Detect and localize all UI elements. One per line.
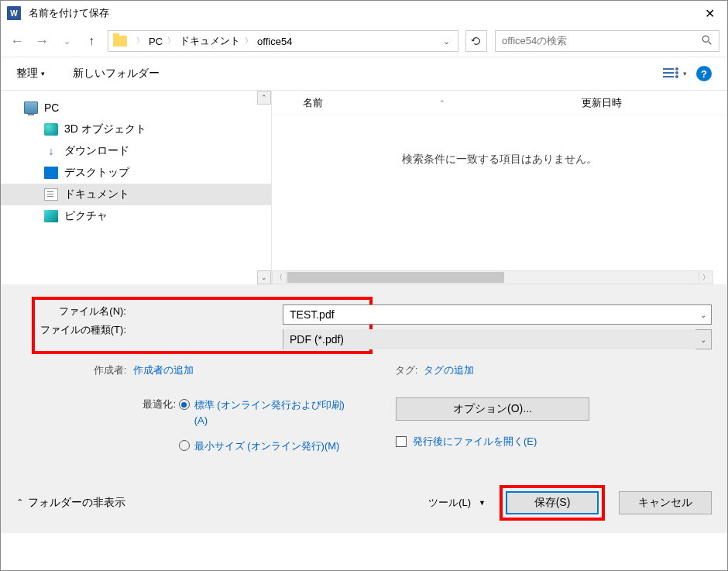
titlebar: W 名前を付けて保存 ✕ (1, 1, 727, 26)
open-after-checkbox[interactable]: 発行後にファイルを開く(E) (396, 435, 712, 449)
pictures-icon (44, 210, 58, 222)
optimize-minimum-radio[interactable]: 最小サイズ (オンライン発行)(M) (179, 439, 349, 454)
breadcrumb-part[interactable]: PC (149, 36, 163, 47)
folder-icon (113, 36, 127, 46)
radio-icon (179, 440, 190, 451)
chevron-down-icon: ▾ (683, 70, 687, 77)
3d-objects-icon (44, 123, 58, 136)
author-add-link[interactable]: 作成者の追加 (133, 363, 194, 377)
column-modified[interactable]: 更新日時 (582, 96, 622, 110)
checkbox-icon (396, 436, 407, 447)
chevron-right-icon[interactable]: 〉 (132, 36, 149, 46)
address-bar-row: ← → ⌄ ↑ 〉 PC 〉 ドキュメント 〉 office54 ⌄ offic… (1, 26, 727, 57)
column-name[interactable]: 名前 (303, 96, 323, 110)
author-label: 作成者: (94, 363, 127, 377)
chevron-up-icon: ⌃ (16, 497, 23, 507)
tree-item-desktop[interactable]: デスクトップ (1, 162, 271, 184)
pc-icon (24, 101, 38, 114)
view-options-button[interactable]: ▾ (663, 67, 687, 81)
options-button[interactable]: オプション(O)... (396, 397, 589, 421)
help-button[interactable]: ? (696, 66, 712, 81)
radio-icon (179, 399, 190, 410)
refresh-icon (471, 36, 482, 46)
svg-point-0 (702, 36, 709, 42)
sort-asc-icon: ⌃ (439, 99, 445, 107)
organize-button[interactable]: 整理 ▾ (16, 67, 45, 81)
filename-input-field[interactable] (283, 305, 695, 324)
tag-label: タグ: (395, 363, 418, 377)
tree-item-pc[interactable]: PC (1, 97, 271, 119)
up-icon[interactable]: ↑ (83, 34, 100, 48)
tools-dropdown[interactable]: ツール(L) ▼ (428, 496, 486, 510)
history-dropdown-icon[interactable]: ⌄ (58, 36, 75, 46)
chevron-right-icon[interactable]: 〉 (163, 36, 180, 46)
scroll-up-button[interactable]: ⌃ (257, 91, 271, 105)
close-button[interactable]: ✕ (692, 1, 727, 26)
chevron-down-icon[interactable]: ⌄ (695, 311, 711, 319)
chevron-down-icon[interactable]: ⌄ (695, 335, 711, 344)
scroll-left-button[interactable]: 〈 (273, 271, 287, 284)
breadcrumb-dropdown-icon[interactable]: ⌄ (438, 36, 455, 46)
filename-input[interactable]: ⌄ (283, 304, 712, 325)
scroll-down-button[interactable]: ⌄ (257, 270, 271, 284)
word-icon: W (7, 6, 21, 20)
filetype-combo[interactable]: PDF (*.pdf) ⌄ (283, 329, 712, 349)
search-placeholder: office54の検索 (502, 34, 567, 48)
save-highlight: 保存(S) (500, 485, 605, 521)
folder-tree: ⌃ PC 3D オブジェクト ↓ ダウンロード デスクトップ ドキュメント ピク… (1, 91, 272, 284)
breadcrumb[interactable]: 〉 PC 〉 ドキュメント 〉 office54 ⌄ (108, 30, 458, 52)
refresh-button[interactable] (465, 30, 487, 52)
chevron-right-icon[interactable]: 〉 (240, 36, 257, 46)
scroll-right-button[interactable]: 〉 (699, 271, 713, 284)
file-list-headers: 名前 ⌃ 更新日時 (272, 91, 727, 115)
breadcrumb-part[interactable]: office54 (257, 36, 292, 47)
tag-add-link[interactable]: タグの追加 (424, 363, 474, 377)
view-icon (663, 67, 678, 81)
breadcrumb-part[interactable]: ドキュメント (180, 34, 240, 48)
optimize-standard-radio[interactable]: 標準 (オンライン発行および印刷)(A) (179, 397, 349, 428)
back-icon[interactable]: ← (9, 33, 26, 50)
tree-item-3d-objects[interactable]: 3D オブジェクト (1, 119, 271, 140)
desktop-icon (44, 167, 58, 179)
filetype-label: ファイルの種類(T): (39, 323, 132, 337)
download-icon: ↓ (44, 145, 58, 157)
cancel-button[interactable]: キャンセル (619, 491, 712, 514)
tree-item-downloads[interactable]: ↓ ダウンロード (1, 140, 271, 162)
scroll-thumb[interactable] (287, 272, 504, 283)
chevron-down-icon: ▼ (479, 499, 486, 507)
horizontal-scrollbar[interactable]: 〈 〉 (272, 270, 713, 284)
toolbar: 整理 ▾ 新しいフォルダー ▾ ? (1, 57, 727, 91)
forward-icon: → (33, 33, 50, 50)
svg-line-1 (709, 41, 712, 44)
file-list: 名前 ⌃ 更新日時 検索条件に一致する項目はありません。 〈 〉 (272, 91, 727, 284)
hide-folders-button[interactable]: ⌃ フォルダーの非表示 (16, 496, 125, 510)
bottom-bar: ⌃ フォルダーの非表示 ツール(L) ▼ 保存(S) キャンセル (1, 474, 727, 533)
tree-item-pictures[interactable]: ピクチャ (1, 205, 271, 227)
tree-item-documents[interactable]: ドキュメント (1, 184, 271, 205)
search-input[interactable]: office54の検索 (495, 30, 719, 52)
chevron-down-icon: ▾ (41, 70, 45, 77)
empty-message: 検索条件に一致する項目はありません。 (272, 153, 727, 167)
save-button[interactable]: 保存(S) (506, 491, 599, 514)
optimize-label: 最適化: (117, 397, 176, 411)
window-title: 名前を付けて保存 (29, 6, 692, 20)
documents-icon (44, 188, 58, 201)
new-folder-button[interactable]: 新しいフォルダー (73, 67, 160, 81)
filename-label: ファイル名(N): (39, 304, 132, 318)
search-icon (702, 35, 713, 48)
